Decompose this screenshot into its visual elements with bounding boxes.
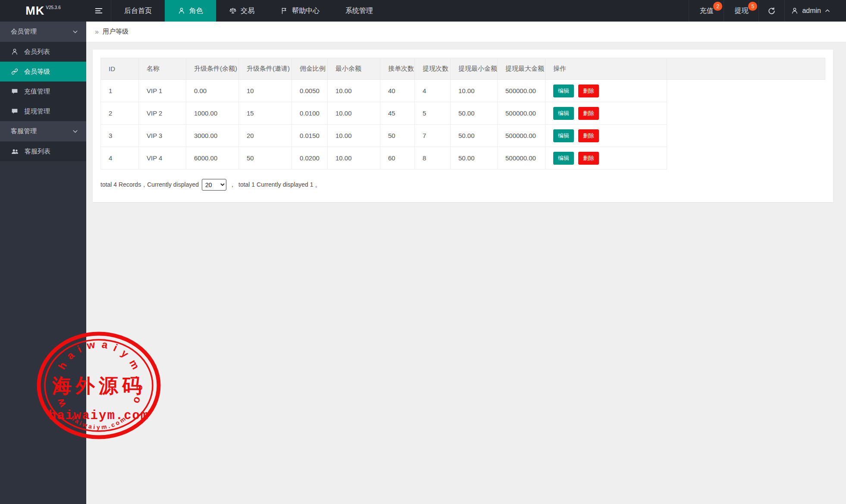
table-cell: 3 [101, 125, 139, 147]
sidebar-item-label: 会员等级 [24, 68, 50, 76]
sidebar-item-recharge-management[interactable]: 充值管理 [0, 81, 86, 101]
withdraw-label: 提现 [734, 6, 748, 16]
page-title: 用户等级 [103, 28, 128, 36]
sidebar-item-service-list[interactable]: 客服列表 [0, 141, 86, 161]
sidebar-item-member-management[interactable]: 会员管理 [0, 22, 86, 42]
delete-button[interactable]: 删除 [578, 85, 599, 97]
pagination: total 4 Records，Currently displayed 20 ，… [100, 179, 825, 191]
table-cell: 50 [380, 125, 415, 147]
person-icon [178, 7, 185, 15]
actions-cell: 编辑删除 [545, 147, 667, 169]
table-cell: 0.0050 [292, 80, 328, 102]
chevron-down-icon [72, 28, 78, 35]
table-cell: 500000.00 [498, 125, 545, 147]
hamburger-icon [94, 6, 103, 16]
sidebar-item-member-level[interactable]: 会员等级 [0, 62, 86, 81]
actions-cell: 编辑删除 [545, 125, 667, 147]
table-cell: VIP 3 [139, 125, 186, 147]
column-header: 最小余额 [328, 58, 380, 80]
table-cell: 10 [239, 80, 292, 102]
table-cell: 500000.00 [498, 102, 545, 125]
scales-icon [229, 7, 237, 15]
sidebar-item-label: 会员管理 [11, 28, 37, 36]
delete-button[interactable]: 删除 [578, 107, 599, 120]
sidebar-item-withdraw-management[interactable]: 提现管理 [0, 101, 86, 121]
top-navbar: MK V25.3.6 后台首页角色交易帮助中心系统管理 充值 2 提现 5 ad… [0, 0, 846, 22]
main-content: » 用户等级 ID名称升级条件(余额)升级条件(邀请)佣金比例最小余额接单次数提… [86, 22, 846, 504]
table-cell: 0.0150 [292, 125, 328, 147]
table-cell: 0.00 [186, 80, 239, 102]
table-head: ID名称升级条件(余额)升级条件(邀请)佣金比例最小余额接单次数提现次数提现最小… [101, 58, 825, 80]
table-cell: 10.00 [451, 80, 498, 102]
table-cell: 3000.00 [186, 125, 239, 147]
delete-button[interactable]: 删除 [578, 129, 599, 142]
filler-cell [667, 102, 825, 125]
table-cell: 7 [415, 125, 451, 147]
column-header: 提现次数 [415, 58, 451, 80]
table-cell: 50.00 [451, 125, 498, 147]
sidebar: 会员管理会员列表会员等级充值管理提现管理客服管理客服列表 [0, 22, 86, 504]
table-cell: 10.00 [328, 147, 380, 169]
table-cell: 50 [239, 147, 292, 169]
actions-cell: 编辑删除 [545, 102, 667, 125]
chat-icon [11, 107, 19, 115]
column-header-filler [667, 58, 825, 80]
table-row: 2VIP 21000.00150.010010.0045550.00500000… [101, 102, 825, 125]
nav-item-label: 角色 [189, 6, 203, 16]
column-header: 接单次数 [380, 58, 415, 80]
nav-item-home[interactable]: 后台首页 [111, 0, 165, 22]
refresh-icon [768, 7, 776, 15]
page-size-select[interactable]: 20 [202, 179, 226, 191]
table-cell: 50.00 [451, 102, 498, 125]
table-cell: 500000.00 [498, 147, 545, 169]
users-icon [11, 147, 19, 156]
column-header: 升级条件(邀请) [239, 58, 292, 80]
link-icon [11, 68, 19, 75]
edit-button[interactable]: 编辑 [553, 107, 574, 120]
nav-item-help[interactable]: 帮助中心 [267, 0, 332, 22]
table-cell: 0.0100 [292, 102, 328, 125]
table-cell: 4 [101, 147, 139, 169]
hamburger-button[interactable] [86, 0, 111, 22]
table-cell: 10.00 [328, 102, 380, 125]
person-icon [11, 48, 19, 56]
withdraw-badge: 5 [748, 2, 757, 11]
sidebar-item-member-list[interactable]: 会员列表 [0, 42, 86, 62]
nav-item-roles[interactable]: 角色 [165, 0, 216, 22]
table-row: 4VIP 46000.00500.020010.0060850.00500000… [101, 147, 825, 169]
nav-item-system[interactable]: 系统管理 [332, 0, 386, 22]
app-version: V25.3.6 [46, 5, 60, 10]
table-cell: 40 [380, 80, 415, 102]
edit-button[interactable]: 编辑 [553, 85, 574, 97]
column-header: 升级条件(余额) [186, 58, 239, 80]
filler-cell [667, 125, 825, 147]
vip-levels-table: ID名称升级条件(余额)升级条件(邀请)佣金比例最小余额接单次数提现次数提现最小… [100, 58, 825, 169]
breadcrumb-separator: » [95, 28, 99, 36]
table-cell: 60 [380, 147, 415, 169]
user-menu[interactable]: admin [784, 0, 837, 22]
edit-button[interactable]: 编辑 [553, 129, 574, 142]
refresh-button[interactable] [758, 0, 784, 22]
withdraw-link[interactable]: 提现 5 [724, 0, 758, 22]
sidebar-item-label: 充值管理 [24, 88, 50, 96]
sidebar-item-label: 会员列表 [24, 48, 50, 56]
pagination-middle: ， [229, 181, 235, 189]
edit-button[interactable]: 编辑 [553, 152, 574, 165]
column-header: 提现最小金额 [451, 58, 498, 80]
content-card: ID名称升级条件(余额)升级条件(邀请)佣金比例最小余额接单次数提现次数提现最小… [93, 50, 833, 202]
table-cell: 4 [415, 80, 451, 102]
table-cell: 6000.00 [186, 147, 239, 169]
table-cell: 2 [101, 102, 139, 125]
sidebar-item-service-management[interactable]: 客服管理 [0, 121, 86, 141]
column-header: 佣金比例 [292, 58, 328, 80]
table-cell: VIP 1 [139, 80, 186, 102]
app-logo: MK V25.3.6 [0, 0, 86, 22]
filler-cell [667, 80, 825, 102]
table-cell: 1000.00 [186, 102, 239, 125]
table-cell: 0.0200 [292, 147, 328, 169]
recharge-link[interactable]: 充值 2 [689, 0, 724, 22]
sidebar-item-label: 客服管理 [11, 127, 37, 135]
nav-item-trade[interactable]: 交易 [216, 0, 267, 22]
sidebar-item-label: 提现管理 [24, 107, 50, 116]
delete-button[interactable]: 删除 [578, 152, 599, 165]
